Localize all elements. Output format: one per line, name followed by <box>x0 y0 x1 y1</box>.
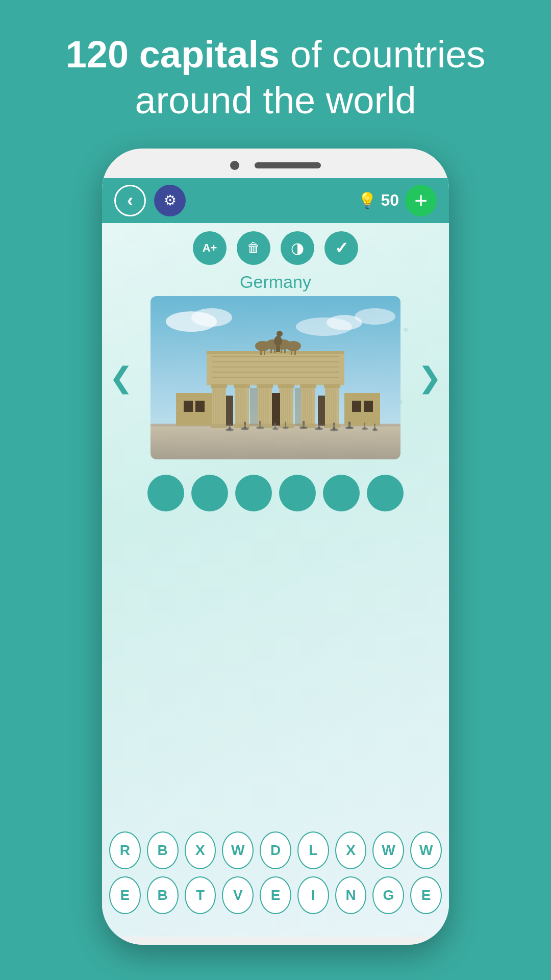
gear-icon: ⚙ <box>164 192 177 209</box>
svg-rect-116 <box>294 349 296 355</box>
svg-point-95 <box>355 308 395 325</box>
svg-rect-179 <box>195 401 205 412</box>
svg-point-120 <box>277 331 283 337</box>
svg-rect-173 <box>250 388 258 426</box>
key-W3[interactable]: W <box>410 831 442 869</box>
country-label: Germany <box>102 270 449 296</box>
carousel-prev-button[interactable]: ❮ <box>109 361 133 394</box>
svg-rect-103 <box>212 372 339 373</box>
phone-device: ‹ ⚙ 💡 50 + <box>102 149 449 945</box>
key-N[interactable]: N <box>335 876 367 914</box>
carousel-area: ❮ <box>102 296 449 464</box>
svg-rect-178 <box>352 401 361 412</box>
nav-right: 💡 50 + <box>358 185 437 216</box>
svg-rect-155 <box>300 384 316 388</box>
svg-rect-110 <box>264 349 265 355</box>
svg-rect-102 <box>212 366 339 368</box>
key-W2[interactable]: W <box>372 831 404 869</box>
svg-point-92 <box>191 308 232 327</box>
svg-point-108 <box>286 341 301 351</box>
svg-point-81 <box>404 328 408 332</box>
answer-slot-2 <box>191 475 228 511</box>
key-B[interactable]: B <box>147 831 179 869</box>
keyboard-area: R B X W D L X W W E B T V E I <box>102 826 449 937</box>
svg-rect-147 <box>278 384 294 388</box>
hints-count: 50 <box>381 191 399 210</box>
key-W1[interactable]: W <box>222 831 254 869</box>
key-R[interactable]: R <box>109 831 141 869</box>
header-section: 120 capitals of countriesaround the worl… <box>0 0 551 143</box>
answer-slot-1 <box>147 475 184 511</box>
svg-rect-175 <box>176 393 212 426</box>
svg-rect-171 <box>226 396 233 426</box>
key-E2[interactable]: E <box>260 876 291 914</box>
svg-rect-170 <box>272 393 280 426</box>
answer-slot-5 <box>323 475 360 511</box>
key-V[interactable]: V <box>222 876 254 914</box>
app-screen: ‹ ⚙ 💡 50 + <box>102 178 449 937</box>
key-row-1: R B X W D L X W W <box>109 831 442 869</box>
key-D[interactable]: D <box>260 831 291 869</box>
svg-rect-177 <box>184 401 193 412</box>
svg-rect-174 <box>295 388 301 426</box>
svg-rect-109 <box>260 349 262 355</box>
svg-rect-113 <box>281 347 282 353</box>
contrast-icon: ◑ <box>291 239 304 257</box>
key-X2[interactable]: X <box>335 831 367 869</box>
key-T[interactable]: T <box>185 876 216 914</box>
svg-rect-203 <box>151 425 400 427</box>
svg-rect-131 <box>234 384 250 388</box>
back-button[interactable]: ‹ <box>114 185 146 216</box>
check-icon: ✓ <box>335 238 348 258</box>
key-L[interactable]: L <box>297 831 329 869</box>
key-B2[interactable]: B <box>147 876 179 914</box>
check-button[interactable]: ✓ <box>324 231 358 265</box>
delete-button[interactable]: 🗑 <box>237 231 270 265</box>
trash-icon: 🗑 <box>247 240 260 256</box>
key-row-2: E B T V E I N G E <box>109 876 442 914</box>
back-icon: ‹ <box>127 190 133 211</box>
nav-bar: ‹ ⚙ 💡 50 + <box>102 178 449 223</box>
svg-rect-139 <box>257 384 273 388</box>
contrast-button[interactable]: ◑ <box>281 231 314 265</box>
key-G[interactable]: G <box>372 876 404 914</box>
svg-rect-176 <box>344 393 380 426</box>
svg-rect-104 <box>212 377 339 378</box>
svg-rect-180 <box>364 401 373 412</box>
carousel-next-button[interactable]: ❯ <box>418 361 442 394</box>
nav-left: ‹ ⚙ <box>114 185 186 216</box>
svg-rect-111 <box>270 347 272 353</box>
answer-slot-4 <box>279 475 316 511</box>
add-hints-button[interactable]: + <box>405 185 437 216</box>
phone-wrapper: ‹ ⚙ 💡 50 + <box>0 143 551 945</box>
bulb-icon: 💡 <box>358 191 377 209</box>
phone-top-bar <box>102 149 449 178</box>
phone-camera <box>230 161 239 170</box>
font-icon: A+ <box>203 241 217 255</box>
key-I[interactable]: I <box>297 876 329 914</box>
phone-speaker <box>255 162 321 168</box>
svg-rect-114 <box>284 347 286 353</box>
svg-rect-118 <box>276 346 280 352</box>
key-X1[interactable]: X <box>185 831 216 869</box>
answer-slot-6 <box>367 475 404 511</box>
landmark-image <box>151 296 400 459</box>
answer-slot-3 <box>235 475 272 511</box>
key-E3[interactable]: E <box>410 876 442 914</box>
key-E1[interactable]: E <box>109 876 141 914</box>
svg-rect-122 <box>211 384 227 388</box>
plus-icon: + <box>414 189 428 212</box>
svg-rect-100 <box>212 356 339 357</box>
toolbar: A+ 🗑 ◑ ✓ <box>102 223 449 270</box>
settings-button[interactable]: ⚙ <box>154 185 186 216</box>
font-size-button[interactable]: A+ <box>193 231 227 265</box>
svg-rect-163 <box>324 384 340 388</box>
svg-rect-115 <box>291 349 292 355</box>
svg-point-117 <box>274 336 282 346</box>
svg-rect-101 <box>212 361 339 362</box>
hints-area: 💡 50 <box>358 191 399 210</box>
header-bold-text: 120 capitals of countriesaround the worl… <box>66 33 486 121</box>
svg-rect-112 <box>274 347 276 353</box>
answer-slots <box>102 464 449 517</box>
